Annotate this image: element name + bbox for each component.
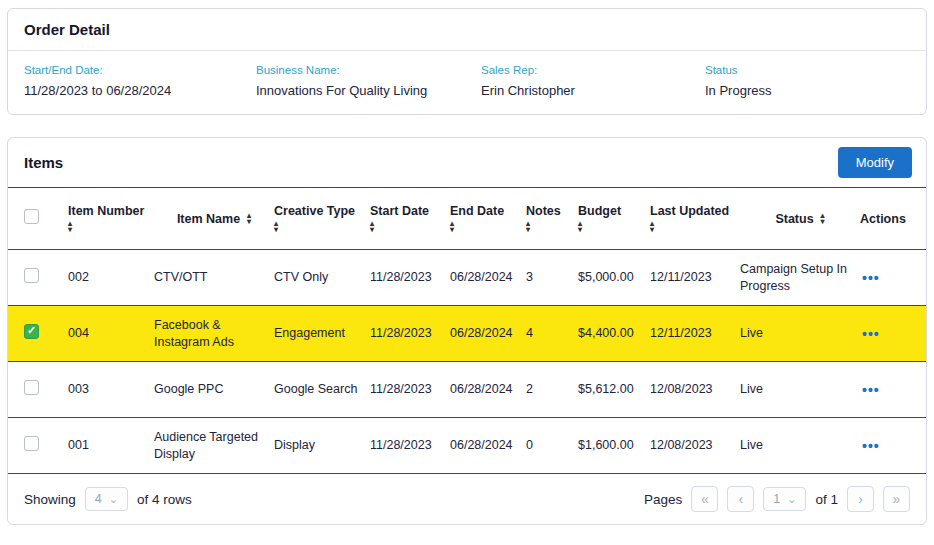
chevron-down-icon: ⌄ bbox=[787, 495, 796, 503]
col-label: Actions bbox=[860, 212, 906, 226]
field-label: Sales Rep: bbox=[481, 64, 705, 76]
modify-button[interactable]: Modify bbox=[838, 147, 912, 178]
cell-actions: ••• bbox=[860, 378, 910, 402]
field-value: In Progress bbox=[705, 83, 910, 98]
pages-total-label: of 1 bbox=[815, 492, 838, 507]
prev-page-button[interactable]: ‹ bbox=[727, 486, 754, 512]
sort-icon[interactable] bbox=[526, 221, 530, 233]
cell-notes: 4 bbox=[526, 325, 578, 341]
checkbox-cell bbox=[24, 268, 68, 287]
cell-last-updated: 12/08/2023 bbox=[650, 381, 740, 397]
cell-status: Live bbox=[740, 325, 860, 341]
row-actions-button[interactable]: ••• bbox=[860, 434, 882, 458]
col-budget[interactable]: Budget bbox=[578, 204, 650, 233]
cell-creative-type: CTV Only bbox=[274, 269, 370, 285]
last-page-button[interactable]: » bbox=[883, 486, 910, 512]
sort-icon[interactable] bbox=[370, 221, 374, 233]
select-all-cell bbox=[24, 209, 68, 228]
col-label: Budget bbox=[578, 204, 621, 218]
col-label: Status bbox=[775, 212, 813, 226]
sort-icon[interactable] bbox=[450, 221, 454, 233]
col-status[interactable]: Status bbox=[740, 212, 860, 226]
cell-start-date: 11/28/2023 bbox=[370, 437, 450, 453]
row-checkbox[interactable] bbox=[24, 380, 39, 395]
field-value: Erin Christopher bbox=[481, 83, 705, 98]
col-item-number[interactable]: Item Number bbox=[68, 204, 154, 233]
items-title: Items bbox=[24, 154, 63, 171]
cell-item-name: Facebook & Instagram Ads bbox=[154, 317, 274, 350]
col-item-name[interactable]: Item Name bbox=[154, 212, 274, 226]
table-row: 001 Audience Targeted Display Display 11… bbox=[8, 418, 926, 474]
field-value: Innovations For Quality Living bbox=[256, 83, 481, 98]
col-creative-type[interactable]: Creative Type bbox=[274, 204, 370, 233]
col-start-date[interactable]: Start Date bbox=[370, 204, 450, 233]
col-label: Item Name bbox=[177, 212, 240, 226]
cell-item-number: 002 bbox=[68, 269, 154, 285]
first-page-button[interactable]: « bbox=[691, 486, 718, 512]
page-select[interactable]: 1 ⌄ bbox=[763, 487, 806, 511]
cell-end-date: 06/28/2024 bbox=[450, 269, 526, 285]
cell-last-updated: 12/08/2023 bbox=[650, 437, 740, 453]
sort-icon[interactable] bbox=[68, 221, 72, 233]
checkbox-cell bbox=[24, 324, 68, 343]
page: Order Detail Start/End Date: 11/28/2023 … bbox=[0, 0, 934, 533]
cell-start-date: 11/28/2023 bbox=[370, 269, 450, 285]
col-label: Item Number bbox=[68, 204, 144, 218]
rows-per-page-select[interactable]: 4 ⌄ bbox=[85, 487, 128, 511]
cell-notes: 2 bbox=[526, 381, 578, 397]
cell-item-name: CTV/OTT bbox=[154, 269, 274, 285]
cell-creative-type: Google Search bbox=[274, 381, 370, 397]
col-last-updated[interactable]: Last Updated bbox=[650, 204, 740, 233]
field-business-name: Business Name: Innovations For Quality L… bbox=[256, 64, 481, 98]
cell-budget: $1,600.00 bbox=[578, 437, 650, 453]
row-checkbox[interactable] bbox=[24, 268, 39, 283]
cell-last-updated: 12/11/2023 bbox=[650, 269, 740, 285]
cell-status: Campaign Setup In Progress bbox=[740, 261, 860, 294]
field-label: Status bbox=[705, 64, 910, 76]
row-checkbox[interactable] bbox=[24, 324, 39, 339]
sort-icon[interactable] bbox=[247, 213, 251, 225]
sort-icon[interactable] bbox=[578, 221, 582, 233]
rows-total-label: of 4 rows bbox=[137, 492, 192, 507]
sort-icon[interactable] bbox=[821, 213, 825, 225]
cell-status: Live bbox=[740, 381, 860, 397]
cell-actions: ••• bbox=[860, 266, 910, 290]
next-page-button[interactable]: › bbox=[847, 486, 874, 512]
col-end-date[interactable]: End Date bbox=[450, 204, 526, 233]
col-notes[interactable]: Notes bbox=[526, 204, 578, 233]
rows-per-page-value: 4 bbox=[95, 492, 102, 506]
items-header: Items Modify bbox=[8, 138, 926, 188]
row-actions-button[interactable]: ••• bbox=[860, 378, 882, 402]
cell-last-updated: 12/11/2023 bbox=[650, 325, 740, 341]
order-detail-title: Order Detail bbox=[8, 9, 926, 51]
cell-end-date: 06/28/2024 bbox=[450, 325, 526, 341]
cell-status: Live bbox=[740, 437, 860, 453]
pagination-group: Pages « ‹ 1 ⌄ of 1 › » bbox=[644, 486, 910, 512]
table-header-row: Item Number Item Name Creative Type Star… bbox=[8, 188, 926, 250]
sort-icon[interactable] bbox=[650, 221, 654, 233]
sort-icon[interactable] bbox=[274, 221, 278, 233]
cell-notes: 0 bbox=[526, 437, 578, 453]
cell-creative-type: Engagement bbox=[274, 325, 370, 341]
row-actions-button[interactable]: ••• bbox=[860, 266, 882, 290]
chevron-down-icon: ⌄ bbox=[109, 495, 118, 503]
showing-label: Showing bbox=[24, 492, 76, 507]
col-actions: Actions bbox=[860, 212, 910, 226]
field-status: Status In Progress bbox=[705, 64, 910, 98]
select-all-checkbox[interactable] bbox=[24, 209, 39, 224]
cell-actions: ••• bbox=[860, 322, 910, 346]
row-actions-button[interactable]: ••• bbox=[860, 322, 882, 346]
row-checkbox[interactable] bbox=[24, 436, 39, 451]
field-label: Business Name: bbox=[256, 64, 481, 76]
cell-creative-type: Display bbox=[274, 437, 370, 453]
cell-item-number: 004 bbox=[68, 325, 154, 341]
cell-item-number: 001 bbox=[68, 437, 154, 453]
cell-budget: $5,612.00 bbox=[578, 381, 650, 397]
cell-end-date: 06/28/2024 bbox=[450, 381, 526, 397]
field-start-end-date: Start/End Date: 11/28/2023 to 06/28/2024 bbox=[24, 64, 256, 98]
col-label: Creative Type bbox=[274, 204, 355, 218]
table-row: 002 CTV/OTT CTV Only 11/28/2023 06/28/20… bbox=[8, 250, 926, 306]
checkbox-cell bbox=[24, 380, 68, 399]
col-label: Last Updated bbox=[650, 204, 729, 218]
cell-start-date: 11/28/2023 bbox=[370, 381, 450, 397]
